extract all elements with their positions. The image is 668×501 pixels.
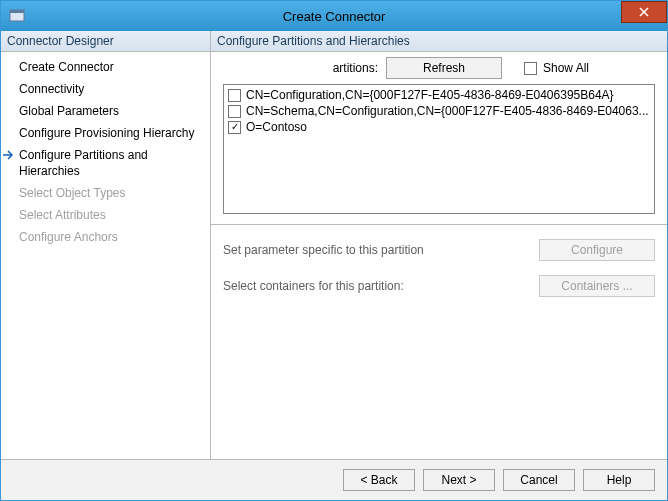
partition-item[interactable]: CN=Configuration,CN={000F127F-E405-4836-… xyxy=(226,87,652,103)
nav-list: Create Connector Connectivity Global Par… xyxy=(1,52,210,252)
nav-label: Configure Anchors xyxy=(19,229,118,245)
partition-label: O=Contoso xyxy=(246,120,307,134)
refresh-button[interactable]: Refresh xyxy=(386,57,502,79)
title-bar: Create Connector xyxy=(1,1,667,31)
select-containers-label: Select containers for this partition: xyxy=(223,279,404,293)
nav-partitions-hierarchies[interactable]: Configure Partitions and Hierarchies xyxy=(1,144,210,182)
help-button[interactable]: Help xyxy=(583,469,655,491)
nav-label: Configure Provisioning Hierarchy xyxy=(19,125,194,141)
svg-rect-1 xyxy=(10,10,24,13)
right-panel-header: Configure Partitions and Hierarchies xyxy=(211,31,667,52)
close-icon xyxy=(639,7,649,17)
configure-button: Configure xyxy=(539,239,655,261)
showall-checkbox[interactable] xyxy=(524,62,537,75)
nav-label: Global Parameters xyxy=(19,103,119,119)
nav-provisioning-hierarchy[interactable]: Configure Provisioning Hierarchy xyxy=(1,122,210,144)
partition-label: CN=Configuration,CN={000F127F-E405-4836-… xyxy=(246,88,614,102)
partition-checkbox[interactable] xyxy=(228,89,241,102)
nav-select-object-types: Select Object Types xyxy=(1,182,210,204)
close-button[interactable] xyxy=(621,1,667,23)
nav-create-connector[interactable]: Create Connector xyxy=(1,56,210,78)
wizard-button-bar: < Back Next > Cancel Help xyxy=(1,459,667,500)
partition-checkbox[interactable] xyxy=(228,105,241,118)
nav-select-attributes: Select Attributes xyxy=(1,204,210,226)
nav-label: Create Connector xyxy=(19,59,114,75)
set-parameter-label: Set parameter specific to this partition xyxy=(223,243,424,257)
partitions-toolbar: artitions: Refresh Show All xyxy=(211,52,667,84)
partition-item[interactable]: ✓ O=Contoso xyxy=(226,119,652,135)
nav-connectivity[interactable]: Connectivity xyxy=(1,78,210,100)
containers-button: Containers ... xyxy=(539,275,655,297)
nav-label: Select Attributes xyxy=(19,207,106,223)
partitions-listbox[interactable]: CN=Configuration,CN={000F127F-E405-4836-… xyxy=(223,84,655,214)
left-panel: Connector Designer Create Connector Conn… xyxy=(1,31,211,459)
partitions-label: artitions: xyxy=(223,61,378,75)
nav-label: Select Object Types xyxy=(19,185,126,201)
current-step-arrow-icon xyxy=(3,148,15,164)
partition-options-area: Set parameter specific to this partition… xyxy=(211,225,667,325)
nav-global-parameters[interactable]: Global Parameters xyxy=(1,100,210,122)
partition-checkbox[interactable]: ✓ xyxy=(228,121,241,134)
cancel-button[interactable]: Cancel xyxy=(503,469,575,491)
content-area: Connector Designer Create Connector Conn… xyxy=(1,31,667,459)
partitions-area: artitions: Refresh Show All CN=Configura… xyxy=(211,52,667,225)
app-icon xyxy=(9,8,25,24)
partition-label: CN=Schema,CN=Configuration,CN={000F127F-… xyxy=(246,104,649,118)
back-button[interactable]: < Back xyxy=(343,469,415,491)
nav-configure-anchors: Configure Anchors xyxy=(1,226,210,248)
showall-checkbox-wrap[interactable]: Show All xyxy=(524,61,589,75)
next-button[interactable]: Next > xyxy=(423,469,495,491)
showall-label: Show All xyxy=(543,61,589,75)
nav-label: Connectivity xyxy=(19,81,84,97)
window-title: Create Connector xyxy=(1,9,667,24)
nav-label: Configure Partitions and Hierarchies xyxy=(19,147,206,179)
partition-item[interactable]: CN=Schema,CN=Configuration,CN={000F127F-… xyxy=(226,103,652,119)
left-panel-header: Connector Designer xyxy=(1,31,210,52)
right-panel: Configure Partitions and Hierarchies art… xyxy=(211,31,667,459)
